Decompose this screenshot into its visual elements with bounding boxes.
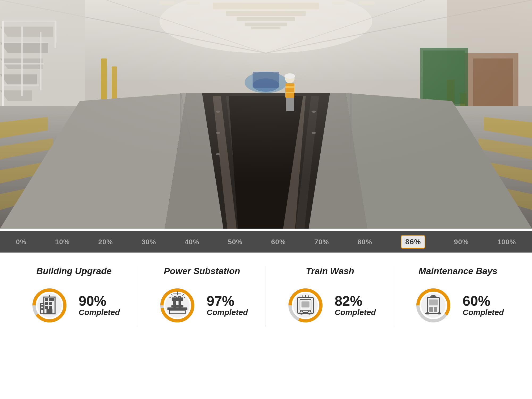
metric-title-3: Maintenance Bays bbox=[418, 266, 497, 276]
metric-body-1: 97%Completed bbox=[156, 284, 248, 327]
svg-rect-90 bbox=[47, 309, 53, 314]
svg-rect-78 bbox=[0, 0, 532, 229]
metric-card-maintenance-icon: Maintenance Bays 60%Completed bbox=[403, 266, 513, 327]
progress-label-86: 86% bbox=[401, 235, 425, 249]
donut-2 bbox=[284, 284, 327, 327]
svg-rect-93 bbox=[41, 308, 43, 310]
metric-text-1: 97%Completed bbox=[207, 294, 248, 317]
metric-title-1: Power Substation bbox=[164, 266, 240, 276]
svg-rect-83 bbox=[45, 298, 48, 301]
metric-divider-2 bbox=[266, 266, 266, 327]
progress-label-80: 80% bbox=[358, 238, 372, 246]
svg-rect-89 bbox=[49, 306, 52, 309]
metric-text-0: 90%Completed bbox=[79, 294, 120, 317]
facility-photo bbox=[0, 0, 532, 229]
svg-rect-130 bbox=[429, 300, 438, 306]
metric-percent-2: 82% bbox=[335, 294, 376, 308]
metric-percent-0: 90% bbox=[79, 294, 120, 308]
metric-divider-3 bbox=[394, 266, 394, 327]
donut-3 bbox=[412, 284, 455, 327]
svg-rect-131 bbox=[429, 307, 433, 312]
progress-label-0: 0% bbox=[16, 238, 27, 246]
svg-rect-98 bbox=[167, 308, 187, 310]
metric-body-0: 90%Completed bbox=[28, 284, 120, 327]
progress-label-10: 10% bbox=[55, 238, 70, 246]
metric-body-3: 60%Completed bbox=[412, 284, 504, 327]
svg-rect-135 bbox=[438, 312, 441, 314]
svg-rect-132 bbox=[434, 307, 438, 312]
metric-percent-1: 97% bbox=[207, 294, 248, 308]
svg-rect-92 bbox=[41, 305, 43, 307]
progress-bar-section: 0%10%20%30%40%50%60%70%80%86%90%100% bbox=[0, 231, 532, 253]
donut-1 bbox=[156, 284, 199, 327]
progress-label-20: 20% bbox=[98, 238, 113, 246]
svg-rect-99 bbox=[171, 305, 183, 308]
svg-rect-86 bbox=[45, 302, 48, 305]
metric-text-2: 82%Completed bbox=[335, 294, 376, 317]
progress-label-30: 30% bbox=[141, 238, 156, 246]
svg-rect-85 bbox=[51, 298, 54, 301]
metric-completed-2: Completed bbox=[335, 308, 376, 317]
metric-card-building-icon: Building Upgrade 90%Completed bbox=[19, 266, 129, 327]
metric-body-2: 82%Completed bbox=[284, 284, 376, 327]
progress-label-60: 60% bbox=[271, 238, 286, 246]
svg-rect-102 bbox=[172, 297, 183, 301]
metric-completed-1: Completed bbox=[207, 308, 248, 317]
metric-card-power-icon: Power Substation 97%Completed bbox=[147, 266, 257, 327]
progress-label-50: 50% bbox=[228, 238, 242, 246]
progress-label-40: 40% bbox=[185, 238, 199, 246]
progress-label-90: 90% bbox=[454, 238, 469, 246]
svg-rect-117 bbox=[301, 301, 309, 308]
metric-completed-0: Completed bbox=[79, 308, 120, 317]
metric-title-0: Building Upgrade bbox=[36, 266, 112, 276]
metric-completed-3: Completed bbox=[463, 308, 504, 317]
metric-card-train-wash-icon: Train Wash 82%Completed bbox=[275, 266, 385, 327]
progress-labels: 0%10%20%30%40%50%60%70%80%86%90%100% bbox=[16, 235, 516, 249]
metric-text-3: 60%Completed bbox=[463, 294, 504, 317]
metric-percent-3: 60% bbox=[463, 294, 504, 308]
metric-divider-1 bbox=[138, 266, 138, 327]
metrics-section: Building Upgrade 90%CompletedPower Subst… bbox=[0, 253, 532, 343]
svg-rect-134 bbox=[426, 312, 429, 314]
donut-0 bbox=[28, 284, 71, 327]
progress-label-70: 70% bbox=[314, 238, 329, 246]
svg-rect-87 bbox=[49, 302, 52, 305]
svg-rect-88 bbox=[45, 306, 48, 309]
metric-title-2: Train Wash bbox=[306, 266, 354, 276]
progress-label-100: 100% bbox=[497, 238, 516, 246]
